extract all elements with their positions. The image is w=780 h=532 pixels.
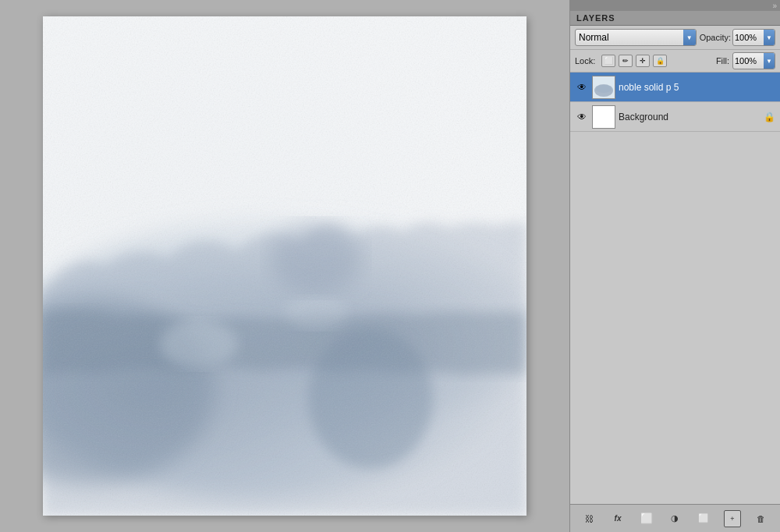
fill-row: Fill: 100% ▼ bbox=[716, 52, 775, 69]
new-layer-icon[interactable]: + bbox=[724, 510, 741, 527]
opacity-label: Opacity: bbox=[700, 33, 731, 42]
lock-all-icon[interactable]: 🔒 bbox=[653, 55, 667, 67]
blend-mode-row: Normal ▼ Opacity: 100% ▼ bbox=[570, 26, 780, 50]
fill-input[interactable]: 100% ▼ bbox=[732, 52, 775, 69]
canvas bbox=[43, 16, 526, 516]
svg-rect-9 bbox=[43, 16, 526, 516]
watercolor-art bbox=[43, 16, 526, 516]
fill-label: Fill: bbox=[716, 56, 729, 66]
layers-list: 👁 noble solid p 5 👁 Background 🔒 bbox=[570, 73, 780, 504]
blend-mode-arrow: ▼ bbox=[683, 30, 696, 45]
folder-icon[interactable]: ⬜ bbox=[695, 510, 712, 527]
opacity-value: 100% bbox=[735, 33, 757, 42]
collapse-arrows: » bbox=[772, 2, 777, 10]
layer-item[interactable]: 👁 Background 🔒 bbox=[570, 102, 780, 132]
opacity-row: Opacity: 100% ▼ bbox=[700, 29, 775, 46]
background-lock-icon: 🔒 bbox=[764, 112, 775, 122]
layer-thumbnail bbox=[592, 105, 615, 129]
layers-title: LAYERS bbox=[576, 13, 615, 23]
svg-rect-13 bbox=[593, 106, 615, 128]
layer-thumbnail bbox=[592, 76, 615, 99]
mask-icon[interactable]: ⬜ bbox=[638, 510, 655, 527]
layer-visibility-toggle[interactable]: 👁 bbox=[575, 110, 589, 124]
layer-visibility-toggle[interactable]: 👁 bbox=[575, 80, 589, 94]
layer-item[interactable]: 👁 noble solid p 5 bbox=[570, 73, 780, 102]
blend-mode-select[interactable]: Normal ▼ bbox=[575, 29, 697, 46]
adjustment-icon[interactable]: ◑ bbox=[666, 510, 683, 527]
svg-point-12 bbox=[596, 85, 612, 93]
layer-name: Background bbox=[619, 112, 760, 122]
lock-position-icon[interactable]: ✛ bbox=[636, 55, 650, 67]
fx-icon[interactable]: fx bbox=[609, 510, 626, 527]
opacity-arrow: ▼ bbox=[764, 30, 775, 45]
lock-label: Lock: bbox=[575, 56, 595, 66]
lock-image-icon[interactable]: ✏ bbox=[619, 55, 633, 67]
lock-fill-row: Lock: ⬜ ✏ ✛ 🔒 Fill: 100% ▼ bbox=[570, 50, 780, 73]
delete-layer-icon[interactable]: 🗑 bbox=[753, 510, 770, 527]
layers-panel-header: LAYERS bbox=[570, 11, 780, 26]
layer-name: noble solid p 5 bbox=[619, 82, 775, 93]
canvas-area bbox=[0, 0, 569, 532]
blend-mode-value: Normal bbox=[579, 32, 609, 43]
panel-collapse-bar[interactable]: » bbox=[570, 0, 780, 11]
link-icon[interactable]: ⛓ bbox=[580, 510, 597, 527]
opacity-input[interactable]: 100% ▼ bbox=[732, 29, 775, 46]
lock-pixels-icon[interactable]: ⬜ bbox=[601, 55, 615, 67]
layers-panel-footer: ⛓ fx ⬜ ◑ ⬜ + 🗑 bbox=[570, 504, 780, 532]
fill-value: 100% bbox=[735, 56, 757, 66]
fill-arrow: ▼ bbox=[764, 53, 775, 69]
layers-panel: » LAYERS Normal ▼ Opacity: 100% ▼ Lock: … bbox=[569, 0, 780, 532]
